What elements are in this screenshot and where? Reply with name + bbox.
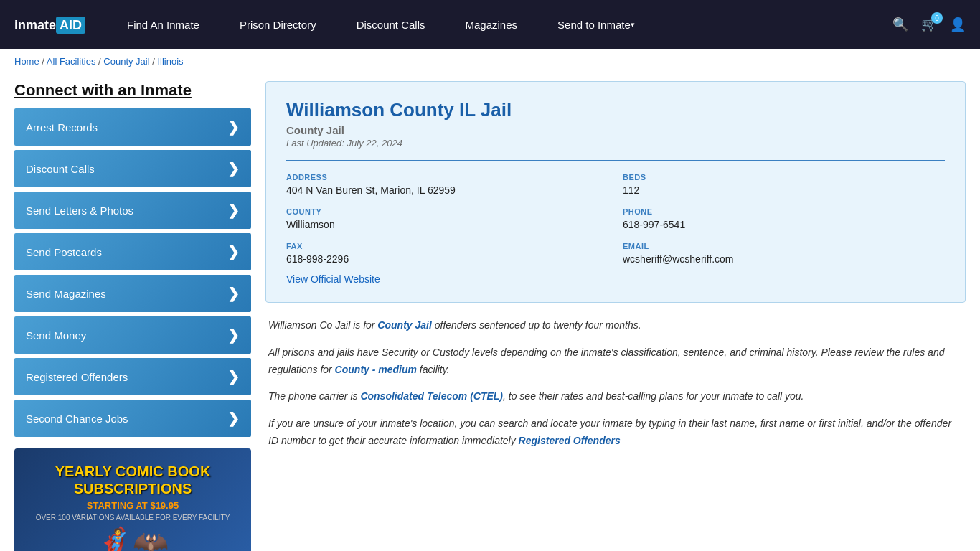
main-content: Williamson County IL Jail County Jail La… — [265, 81, 966, 551]
fax-label: FAX — [286, 242, 608, 250]
sidebar-arrest-records[interactable]: Arrest Records ❯ — [14, 108, 251, 146]
phone-value: 618-997-6541 — [623, 219, 945, 230]
sidebar-send-postcards[interactable]: Send Postcards ❯ — [14, 233, 251, 270]
facility-type: County Jail — [286, 124, 945, 136]
county-medium-link[interactable]: County - medium — [335, 364, 417, 375]
phone-group: PHONE 618-997-6541 — [623, 207, 945, 230]
user-icon: 👤 — [950, 17, 966, 32]
ad-price: STARTING AT $19.95 — [26, 500, 240, 511]
breadcrumb-home[interactable]: Home — [14, 56, 39, 67]
desc-para4: If you are unsure of your inmate's locat… — [268, 415, 963, 450]
sidebar-send-magazines[interactable]: Send Magazines ❯ — [14, 275, 251, 312]
sidebar: Connect with an Inmate Arrest Records ❯ … — [14, 81, 251, 551]
main-layout: Connect with an Inmate Arrest Records ❯ … — [0, 74, 980, 551]
phone-label: PHONE — [623, 207, 945, 216]
desc-para3: The phone carrier is Consolidated Teleco… — [268, 388, 963, 405]
nav-links: Find An Inmate Prison Directory Discount… — [107, 0, 892, 49]
nav-prison-directory[interactable]: Prison Directory — [220, 0, 336, 49]
nav-icons: 🔍 🛒 0 👤 — [892, 17, 966, 32]
nav-find-inmate[interactable]: Find An Inmate — [107, 0, 220, 49]
breadcrumb-all-facilities[interactable]: All Facilities — [47, 56, 96, 67]
address-value: 404 N Van Buren St, Marion, IL 62959 — [286, 184, 608, 196]
nav-magazines[interactable]: Magazines — [446, 0, 538, 49]
sidebar-registered-offenders[interactable]: Registered Offenders ❯ — [14, 358, 251, 395]
ad-note: OVER 100 VARIATIONS AVAILABLE FOR EVERY … — [26, 514, 240, 522]
breadcrumb-illinois[interactable]: Illinois — [157, 56, 183, 67]
logo-text: inmateAID — [14, 15, 85, 33]
breadcrumb: Home / All Facilities / County Jail / Il… — [0, 49, 980, 74]
ad-banner[interactable]: YEARLY COMIC BOOK SUBSCRIPTIONS STARTING… — [14, 448, 251, 551]
desc-para1: Williamson Co Jail is for County Jail of… — [268, 317, 963, 334]
sidebar-discount-calls[interactable]: Discount Calls ❯ — [14, 150, 251, 187]
arrow-icon: ❯ — [227, 410, 240, 427]
beds-group: BEDS 112 — [623, 173, 945, 196]
facility-card: Williamson County IL Jail County Jail La… — [265, 81, 966, 303]
arrow-icon: ❯ — [227, 118, 240, 136]
email-group: EMAIL wcsheriff@wcsheriff.com — [623, 242, 945, 265]
registered-offenders-link[interactable]: Registered Offenders — [519, 435, 621, 446]
arrow-icon: ❯ — [227, 368, 240, 385]
desc-para2: All prisons and jails have Security or C… — [268, 344, 963, 379]
address-label: ADDRESS — [286, 173, 608, 182]
official-website-link[interactable]: View Official Website — [286, 273, 380, 285]
county-label: COUNTY — [286, 207, 608, 216]
county-value: Williamson — [286, 219, 608, 230]
sidebar-title: Connect with an Inmate — [14, 81, 251, 100]
facility-name: Williamson County IL Jail — [286, 99, 945, 121]
cart-button[interactable]: 🛒 0 — [921, 17, 937, 32]
search-button[interactable]: 🔍 — [892, 17, 908, 32]
logo[interactable]: inmateAID — [14, 15, 85, 34]
arrow-icon: ❯ — [227, 202, 240, 219]
arrow-icon: ❯ — [227, 326, 240, 344]
sidebar-send-money[interactable]: Send Money ❯ — [14, 316, 251, 354]
nav-send-to-inmate[interactable]: Send to Inmate — [537, 0, 655, 49]
address-group: ADDRESS 404 N Van Buren St, Marion, IL 6… — [286, 173, 608, 196]
arrow-icon: ❯ — [227, 285, 240, 302]
facility-details: ADDRESS 404 N Van Buren St, Marion, IL 6… — [286, 160, 945, 265]
cart-badge: 0 — [931, 12, 943, 24]
fax-group: FAX 618-998-2296 — [286, 242, 608, 265]
user-button[interactable]: 👤 — [950, 17, 966, 32]
county-group: COUNTY Williamson — [286, 207, 608, 230]
facility-updated: Last Updated: July 22, 2024 — [286, 138, 945, 149]
email-value: wcsheriff@wcsheriff.com — [623, 253, 945, 265]
sidebar-second-chance-jobs[interactable]: Second Chance Jobs ❯ — [14, 400, 251, 437]
beds-value: 112 — [623, 184, 945, 196]
ad-heroes: 🦸🦇 — [26, 526, 240, 551]
arrow-icon: ❯ — [227, 243, 240, 260]
fax-value: 618-998-2296 — [286, 253, 608, 265]
search-icon: 🔍 — [892, 17, 908, 32]
arrow-icon: ❯ — [227, 160, 240, 177]
county-jail-link1[interactable]: County Jail — [377, 319, 431, 331]
email-label: EMAIL — [623, 242, 945, 250]
ad-title: YEARLY COMIC BOOK SUBSCRIPTIONS — [26, 463, 240, 497]
description: Williamson Co Jail is for County Jail of… — [265, 317, 966, 450]
navbar: inmateAID Find An Inmate Prison Director… — [0, 0, 980, 49]
breadcrumb-county-jail[interactable]: County Jail — [103, 56, 149, 67]
sidebar-send-letters[interactable]: Send Letters & Photos ❯ — [14, 192, 251, 229]
beds-label: BEDS — [623, 173, 945, 182]
nav-discount-calls[interactable]: Discount Calls — [336, 0, 446, 49]
ctel-link[interactable]: Consolidated Telecom (CTEL) — [360, 390, 503, 402]
